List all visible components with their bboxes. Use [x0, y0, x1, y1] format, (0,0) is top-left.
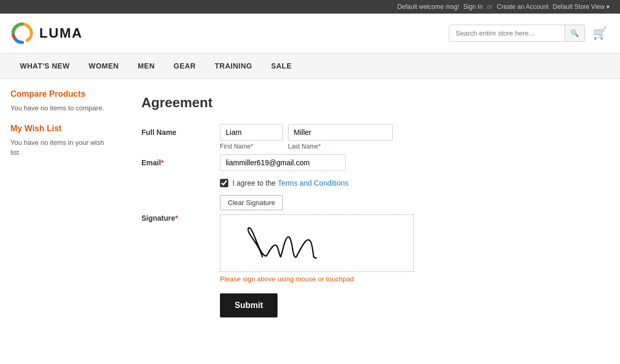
email-required-star: *: [161, 158, 163, 167]
search-button[interactable]: 🔍: [564, 25, 584, 41]
nav-item-training[interactable]: Training: [205, 53, 262, 78]
compare-products-text: You have no items to compare.: [10, 103, 115, 113]
nav-item-whats-new[interactable]: What's New: [10, 53, 79, 78]
full-name-fields: First Name* Last Name*: [220, 124, 599, 150]
full-name-row: Full Name First Name* Last Name*: [141, 124, 599, 150]
nav-item-sale[interactable]: Sale: [262, 53, 301, 78]
welcome-message: Default welcome msg!: [397, 3, 459, 10]
wish-list-text: You have no items in your wish list.: [10, 138, 115, 158]
signature-drawing: [220, 215, 414, 272]
last-name-input[interactable]: [288, 124, 393, 141]
nav-item-men[interactable]: Men: [128, 53, 164, 78]
nav-item-gear[interactable]: Gear: [164, 53, 205, 78]
name-inputs: [220, 124, 599, 141]
email-label: Email*: [141, 154, 209, 167]
terms-link[interactable]: Terms and Conditions: [278, 179, 348, 187]
signature-area: Clear Signature Please sign above using …: [220, 195, 599, 283]
or-separator: or: [487, 3, 493, 10]
email-fields: [220, 154, 599, 171]
wish-list-title[interactable]: My Wish List: [10, 124, 115, 133]
signature-label: Signature*: [141, 195, 209, 222]
submit-button[interactable]: Submit: [220, 293, 278, 317]
terms-checkbox-row: I agree to the Terms and Conditions: [220, 179, 599, 187]
first-name-input[interactable]: [220, 124, 283, 141]
last-name-label: Last Name*: [288, 143, 393, 150]
email-input[interactable]: [220, 154, 346, 171]
top-bar: Default welcome msg! Sign In or Create a…: [0, 0, 620, 14]
main-nav: What's New Women Men Gear Training Sale: [0, 53, 620, 79]
email-row: Email*: [141, 154, 599, 171]
search-box[interactable]: 🔍: [449, 25, 585, 42]
search-input[interactable]: [449, 25, 564, 41]
page-title: Agreement: [141, 95, 599, 111]
full-name-label: Full Name: [141, 124, 209, 136]
signature-hint: Please sign above using mouse or touchpa…: [220, 275, 599, 283]
logo-text: LUMA: [39, 25, 83, 41]
first-name-required-star: *: [251, 143, 253, 150]
nav-item-women[interactable]: Women: [79, 53, 128, 78]
sidebar: Compare Products You have no items to co…: [10, 89, 115, 323]
first-name-label: First Name*: [220, 143, 283, 150]
signature-row: Signature* Clear Signature Please sign a…: [141, 195, 599, 283]
terms-label: I agree to the Terms and Conditions: [233, 179, 349, 187]
chevron-down-icon: ▾: [606, 3, 610, 10]
signature-required-star: *: [175, 214, 178, 222]
search-icon: 🔍: [570, 29, 579, 37]
sign-in-link[interactable]: Sign In: [463, 3, 483, 10]
cart-icon[interactable]: 🛒: [590, 24, 610, 43]
create-account-link[interactable]: Create an Account: [497, 3, 549, 10]
main-layout: Compare Products You have no items to co…: [0, 79, 620, 333]
last-name-required-star: *: [318, 143, 321, 150]
clear-signature-button[interactable]: Clear Signature: [220, 195, 283, 210]
signature-canvas[interactable]: [220, 214, 414, 272]
compare-products-title[interactable]: Compare Products: [10, 89, 115, 99]
header: LUMA 🔍 🛒: [0, 14, 620, 53]
logo[interactable]: LUMA: [10, 21, 83, 45]
terms-checkbox[interactable]: [220, 179, 228, 187]
header-right: 🔍 🛒: [449, 24, 610, 43]
field-labels: First Name* Last Name*: [220, 143, 599, 150]
main-content: Agreement Full Name First Name* Last Nam…: [131, 89, 610, 323]
logo-icon: [10, 21, 34, 45]
store-view-selector[interactable]: Default Store View ▾: [552, 3, 610, 10]
